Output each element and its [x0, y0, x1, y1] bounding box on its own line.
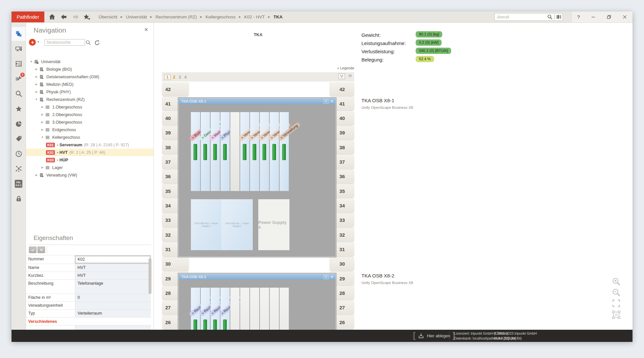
view-toggle-v[interactable]: V: [338, 73, 345, 79]
sidebar-item-search[interactable]: [12, 87, 26, 101]
drop-zone[interactable]: [ Hier ablegen ]: [413, 330, 455, 342]
rack-tab-3[interactable]: 3: [178, 75, 181, 80]
fit-view-icon[interactable]: [612, 299, 621, 308]
scrollbar-thumb[interactable]: [149, 258, 151, 294]
rack-tab-1[interactable]: 1: [164, 74, 171, 80]
tree-item[interactable]: ▶Verwaltung (VW): [26, 171, 153, 179]
rack-tab-4[interactable]: 4: [184, 75, 187, 80]
device-slot[interactable]: [250, 288, 259, 330]
device-slot[interactable]: [240, 288, 249, 330]
property-value-name[interactable]: HVT: [75, 264, 151, 272]
property-value-verwaltungseinheit[interactable]: [75, 302, 151, 309]
property-value-nummer[interactable]: K02: [75, 255, 151, 264]
device-slot[interactable]: [270, 288, 279, 330]
device-slot[interactable]: [260, 288, 269, 330]
expander-icon[interactable]: ▶: [34, 75, 39, 78]
apply-button[interactable]: [29, 247, 36, 253]
add-favorite-icon[interactable]: [83, 13, 91, 21]
device-slot[interactable]: [230, 112, 240, 191]
expander-icon[interactable]: ▼: [34, 98, 39, 101]
power-supply-unit[interactable]: Power Supply 4: [258, 199, 289, 250]
device-view-toggle-h[interactable]: H: [331, 275, 333, 279]
expander-icon[interactable]: ▶: [40, 166, 45, 169]
cancel-button[interactable]: [37, 247, 45, 253]
expander-icon[interactable]: ▶: [34, 90, 39, 93]
legend-link[interactable]: « Legende: [162, 66, 354, 70]
expander-icon[interactable]: ▼: [29, 60, 34, 63]
rack-tab-2[interactable]: 2: [173, 75, 175, 80]
tree-item[interactable]: ▼Kellergeschoss: [26, 133, 153, 141]
close-panel-icon[interactable]: [144, 27, 148, 31]
sidebar-item-topology[interactable]: [12, 162, 26, 176]
device-view-toggle-h[interactable]: H: [331, 100, 333, 103]
back-icon[interactable]: [60, 13, 68, 21]
tree-item[interactable]: ▶1.Obergeschoss: [26, 103, 153, 111]
minimize-icon[interactable]: [591, 14, 596, 19]
tree-search-icon[interactable]: [85, 40, 91, 45]
home-icon[interactable]: [48, 13, 56, 21]
power-supply-unit[interactable]: TKA OSB X8-1 - Power Supply 3: [222, 199, 253, 250]
structure-search-input[interactable]: [44, 39, 85, 46]
zoom-in-icon[interactable]: [612, 277, 621, 286]
breadcrumb-item[interactable]: K02 - HVT: [244, 14, 265, 19]
device-slot[interactable]: [230, 288, 240, 330]
restore-icon[interactable]: [607, 14, 611, 19]
barcode-icon[interactable]: [556, 14, 562, 20]
property-value-kurzbez-[interactable]: HVT: [75, 272, 151, 279]
rack-device-tka-osb-x8-2[interactable]: TKA OSB X8-2VH» Rechenzentrum» Rechenzen…: [178, 273, 336, 330]
expander-icon[interactable]: ▶: [40, 121, 45, 124]
view-toggle-h[interactable]: H: [349, 74, 352, 78]
add-node-button[interactable]: [29, 39, 36, 46]
device-view-toggle-v[interactable]: V: [324, 275, 329, 279]
tree-item[interactable]: ▶3.Obergeschoss: [26, 118, 153, 126]
breadcrumb-item[interactable]: Übersicht: [99, 14, 117, 19]
tree-item[interactable]: ▼Universität: [26, 58, 153, 65]
tree-item-k03[interactable]: K03- HÜP: [26, 156, 153, 164]
expander-icon[interactable]: ▶: [34, 83, 39, 86]
device-view-toggle-v[interactable]: V: [324, 99, 329, 104]
sidebar-item-history[interactable]: [12, 147, 26, 161]
chevron-down-icon[interactable]: ▼: [37, 41, 39, 43]
expander-icon[interactable]: ▶: [40, 106, 45, 108]
expander-icon[interactable]: ▶: [34, 68, 39, 71]
sidebar-item-favorites[interactable]: [12, 102, 26, 116]
refresh-icon[interactable]: [94, 39, 100, 46]
tree-item[interactable]: ▶2.Obergeschoss: [26, 111, 153, 118]
expander-icon[interactable]: ▶: [34, 174, 39, 177]
breadcrumb-item[interactable]: TKA: [273, 14, 283, 19]
tree-item[interactable]: ▶Geisteswissenschaften (GW): [26, 73, 153, 81]
tree-item-k02[interactable]: K02- HVT(R: 2 | A: 25 | P: 44): [26, 149, 153, 156]
tree-item-k01[interactable]: K01- Serverraum(R: 28 | A: 2145 | P: 927…: [26, 141, 153, 149]
breadcrumb-item[interactable]: Kellergeschoss: [205, 14, 236, 19]
power-supply-unit[interactable]: TKA OSB X8-1 - Power Supply 2: [191, 199, 222, 250]
help-button[interactable]: ?: [577, 14, 580, 20]
sidebar-item-security[interactable]: [12, 192, 26, 206]
tree-item[interactable]: ▶Physik (PHY): [26, 88, 153, 96]
forward-icon[interactable]: [72, 13, 80, 21]
device-slot[interactable]: [280, 288, 289, 330]
property-value[interactable]: [75, 325, 151, 330]
tree-item[interactable]: ▶Lager: [26, 164, 153, 171]
sidebar-item-ip-address[interactable]: 192.0.0.1: [12, 177, 26, 191]
expander-icon[interactable]: ▶: [40, 128, 45, 131]
sidebar-item-floorplan[interactable]: [12, 57, 26, 71]
tree-item[interactable]: ▶Biologie (BIO): [26, 65, 153, 73]
property-value-typ[interactable]: Verteilerraum: [75, 310, 151, 317]
rack-device-tka-osb-x8-1[interactable]: TKA OSB X8-1VH» Biologie» Geisteswissens…: [178, 97, 336, 257]
search-icon[interactable]: [547, 14, 553, 20]
breadcrumb-item[interactable]: Universität: [126, 14, 147, 19]
sidebar-item-tags[interactable]: [12, 132, 26, 146]
global-search-input[interactable]: [495, 15, 547, 19]
expander-icon[interactable]: ▼: [40, 136, 45, 139]
sidebar-item-reports[interactable]: [12, 117, 26, 131]
property-value-beschreibung[interactable]: Telefonanlage: [75, 280, 151, 294]
tree-item[interactable]: ▶Medizin (MED): [26, 81, 153, 88]
close-icon[interactable]: [622, 14, 627, 19]
zoom-out-icon[interactable]: [612, 288, 621, 297]
breadcrumb-item[interactable]: Rechenzentrum (RZ): [155, 14, 197, 19]
sidebar-item-workstation[interactable]: [12, 42, 26, 56]
expander-icon[interactable]: ▶: [40, 113, 45, 116]
sidebar-item-tasks[interactable]: 3: [12, 72, 26, 86]
tree-item[interactable]: ▼Rechenzentrum (RZ): [26, 96, 153, 103]
toggle-labels-icon[interactable]: A: [612, 310, 621, 319]
